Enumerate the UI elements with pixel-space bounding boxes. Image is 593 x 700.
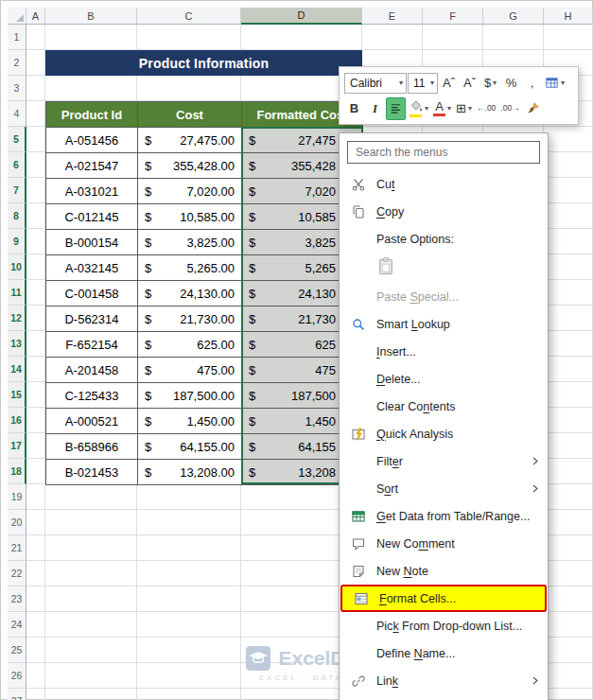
cell-cost[interactable]: $24,130.00 [138,281,242,306]
select-all-corner[interactable] [8,8,26,25]
font-size-combo[interactable]: 11▾ [408,73,438,94]
cell-product-id[interactable]: A-000521 [46,409,138,434]
menu-item-cut[interactable]: Cut [340,170,548,198]
menu-item-quick-analysis[interactable]: Quick Analysis [340,420,548,447]
align-left-button[interactable] [386,97,406,120]
cell-product-id[interactable]: C-001458 [46,281,138,306]
cell-product-id[interactable]: B-000154 [46,230,138,255]
menu-item-get-data-from-table-range[interactable]: Get Data from Table/Range... [340,502,548,530]
cell-product-id[interactable]: C-125433 [46,383,138,409]
row-header-18[interactable]: 18 [8,459,26,484]
row-header-7[interactable]: 7 [8,178,26,203]
column-header-C[interactable]: C [137,8,241,25]
cell-product-id[interactable]: A-031021 [46,179,138,204]
row-header-5[interactable]: 5 [8,127,26,152]
column-header-A[interactable]: A [26,8,45,25]
fill-color-button[interactable]: ▾ [407,97,430,120]
row-header-24[interactable]: 24 [8,612,26,638]
row-header-25[interactable]: 25 [8,638,26,663]
row-header-3[interactable]: 3 [8,76,26,101]
grow-font-button[interactable]: Aˆ [439,72,459,95]
italic-button[interactable]: I [365,97,385,120]
percent-style-button[interactable]: % [501,72,521,95]
menu-item-copy[interactable]: Copy [340,198,548,225]
menu-item-link[interactable]: Link [340,667,548,694]
row-header-16[interactable]: 16 [8,408,26,433]
menu-search-input[interactable] [347,141,540,164]
cell-product-id[interactable]: F-652154 [46,332,138,358]
grid-column-A[interactable] [26,25,45,700]
row-header-13[interactable]: 13 [8,331,26,357]
menu-item-smart-lookup[interactable]: Smart Lookup [340,310,548,338]
cell-cost[interactable]: $21,730.00 [138,306,242,332]
row-header-6[interactable]: 6 [8,152,26,178]
menu-item-sort[interactable]: Sort [340,475,548,502]
format-as-table-button[interactable]: ▾ [543,72,567,95]
bold-button[interactable]: B [344,97,364,120]
row-header-9[interactable]: 9 [8,229,26,254]
cell-cost[interactable]: $27,475.00 [138,128,242,153]
row-header-10[interactable]: 10 [8,254,26,280]
column-header-F[interactable]: F [423,8,483,25]
menu-item-clear-contents[interactable]: Clear Contents [340,393,548,420]
row-header-11[interactable]: 11 [8,280,26,306]
row-header-15[interactable]: 15 [8,382,26,408]
row-header-23[interactable]: 23 [8,586,26,612]
borders-button[interactable]: ⊞▾ [454,97,474,120]
comma-style-button[interactable]: , [522,72,542,95]
table-header-product-id[interactable]: Product Id [46,102,138,128]
cell-cost[interactable]: $7,020.00 [138,179,242,204]
font-color-button[interactable]: A▾ [431,97,453,120]
format-painter-button[interactable] [523,97,543,120]
cell-cost[interactable]: $625.00 [138,332,242,358]
column-header-D[interactable]: D [241,8,362,25]
row-header-17[interactable]: 17 [8,433,26,459]
cell-cost[interactable]: $10,585.00 [138,204,242,230]
cell-product-id[interactable]: A-201458 [46,358,138,383]
row-header-8[interactable]: 8 [8,203,26,229]
cell-cost[interactable]: $3,825.00 [138,230,242,255]
row-header-12[interactable]: 12 [8,306,26,331]
cell-product-id[interactable]: B-658966 [46,434,138,460]
menu-item-define-name[interactable]: Define Name... [340,639,548,667]
menu-item-pick-from-drop-down-list[interactable]: Pick From Drop-down List... [340,612,548,639]
accounting-format-button[interactable]: $▾ [480,72,500,95]
column-header-B[interactable]: B [45,8,137,25]
row-header-1[interactable]: 1 [8,25,26,50]
grid-column-H[interactable] [544,25,593,700]
column-header-G[interactable]: G [483,8,544,25]
menu-item-new-note[interactable]: New Note [340,557,548,585]
decrease-decimal-button[interactable]: .00→ [498,97,521,120]
row-header-22[interactable]: 22 [8,561,26,586]
cell-cost[interactable]: $5,265.00 [138,255,242,281]
row-header-2[interactable]: 2 [8,50,26,76]
table-header-cost[interactable]: Cost [138,102,242,128]
row-header-20[interactable]: 20 [8,510,26,535]
menu-item-delete[interactable]: Delete... [340,365,548,393]
row-header-4[interactable]: 4 [8,101,26,127]
cell-product-id[interactable]: D-562314 [46,306,138,332]
font-name-combo[interactable]: Calibri▾ [344,73,407,94]
row-header-27[interactable]: 27 [8,689,26,700]
menu-item-new-comment[interactable]: New Comment [340,530,548,557]
cell-cost[interactable]: $1,450.00 [138,409,242,434]
cell-product-id[interactable]: A-032145 [46,255,138,281]
cell-product-id[interactable]: C-012145 [46,204,138,230]
cell-cost[interactable]: $13,208.00 [138,460,242,485]
row-header-26[interactable]: 26 [8,663,26,689]
cell-cost[interactable]: $64,155.00 [138,434,242,460]
menu-item-insert[interactable]: Insert... [340,338,548,365]
title-banner[interactable]: Product Information [45,50,362,76]
cell-product-id[interactable]: B-021453 [46,460,138,485]
menu-item-filter[interactable]: Filter [340,447,548,475]
cell-cost[interactable]: $187,500.00 [138,383,242,409]
cell-product-id[interactable]: A-021547 [46,153,138,179]
cell-cost[interactable]: $475.00 [138,358,242,383]
shrink-font-button[interactable]: Aˇ [460,72,480,95]
row-header-14[interactable]: 14 [8,357,26,382]
cell-cost[interactable]: $355,428.00 [138,153,242,179]
row-header-21[interactable]: 21 [8,535,26,561]
column-header-H[interactable]: H [544,8,593,25]
column-header-E[interactable]: E [362,8,423,25]
cell-product-id[interactable]: A-051456 [46,128,138,153]
